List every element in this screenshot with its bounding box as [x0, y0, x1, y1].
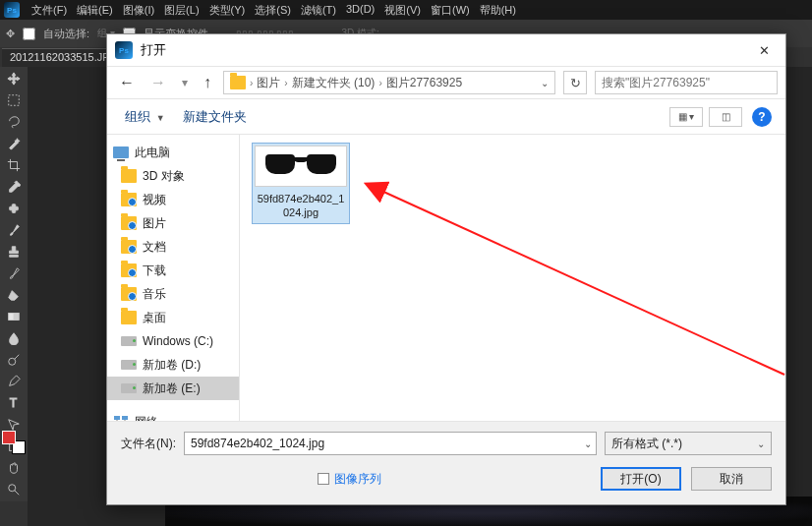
menu-window[interactable]: 窗口(W): [431, 3, 470, 18]
help-icon[interactable]: ?: [752, 107, 772, 127]
forward-button[interactable]: →: [146, 74, 170, 91]
autoselect-label: 自动选择:: [43, 27, 89, 41]
filename-input[interactable]: 59fd874e2b402_1024.jpg⌄: [184, 432, 597, 455]
svg-point-5: [9, 358, 16, 365]
drive-icon: [121, 383, 137, 393]
menu-select[interactable]: 选择(S): [255, 3, 291, 18]
up-button[interactable]: ↑: [200, 74, 215, 91]
folder-icon: [121, 169, 137, 183]
dialog-nav: ← → ▾ ↑ › 图片 › 新建文件夹 (10) › 图片27763925 ⌄…: [107, 66, 785, 99]
dialog-titlebar: Ps 打开 ✕: [107, 34, 785, 66]
thumbnail-image: [255, 146, 347, 187]
svg-rect-2: [12, 205, 16, 213]
open-dialog: Ps 打开 ✕ ← → ▾ ↑ › 图片 › 新建文件夹 (10) › 图片27…: [106, 33, 786, 505]
history-brush-tool[interactable]: [2, 263, 26, 283]
organize-button[interactable]: 组织 ▼: [125, 108, 165, 126]
tree-network[interactable]: 网络: [107, 410, 239, 421]
tree-music[interactable]: 音乐: [107, 282, 239, 306]
eraser-tool[interactable]: [2, 285, 26, 305]
tree-drive-c[interactable]: Windows (C:): [107, 329, 239, 353]
view-mode-button[interactable]: ▦ ▾: [669, 107, 703, 127]
recent-dropdown[interactable]: ▾: [178, 76, 192, 89]
tree-3d-objects[interactable]: 3D 对象: [107, 164, 239, 188]
dialog-toolbar: 组织 ▼ 新建文件夹 ▦ ▾ ◫ ?: [107, 99, 785, 135]
svg-rect-0: [9, 95, 20, 106]
color-swatch[interactable]: [2, 431, 26, 454]
svg-text:T: T: [10, 396, 18, 410]
menu-image[interactable]: 图像(I): [123, 3, 154, 18]
tree-this-pc[interactable]: 此电脑: [107, 141, 239, 164]
move-tool-icon: ✥: [6, 28, 15, 40]
svg-point-8: [9, 485, 16, 492]
drive-icon: [121, 336, 137, 346]
menu-filter[interactable]: 滤镜(T): [301, 3, 336, 18]
hand-tool[interactable]: [2, 458, 26, 478]
menu-help[interactable]: 帮助(H): [480, 3, 516, 18]
crumb-2[interactable]: 图片27763925: [386, 75, 462, 91]
crumb-dropdown-icon[interactable]: ⌄: [541, 78, 549, 88]
menu-file[interactable]: 文件(F): [31, 3, 67, 18]
breadcrumb[interactable]: › 图片 › 新建文件夹 (10) › 图片27763925 ⌄: [223, 71, 555, 94]
move-tool[interactable]: [2, 69, 26, 88]
gradient-tool[interactable]: [2, 307, 26, 326]
svg-rect-10: [122, 416, 128, 420]
zoom-tool[interactable]: [2, 480, 26, 499]
crumb-0[interactable]: 图片: [257, 75, 280, 91]
folder-icon: [121, 193, 137, 206]
folder-icon: [121, 216, 137, 230]
files-pane[interactable]: 59fd874e2b402_1024.jpg: [240, 135, 785, 421]
refresh-button[interactable]: ↻: [563, 71, 587, 94]
stamp-tool[interactable]: [2, 242, 26, 262]
preview-pane-button[interactable]: ◫: [709, 107, 742, 127]
image-sequence-checkbox[interactable]: 图像序列: [318, 471, 381, 488]
file-thumbnail[interactable]: 59fd874e2b402_1024.jpg: [252, 143, 350, 224]
crumb-1[interactable]: 新建文件夹 (10): [292, 75, 376, 91]
heal-tool[interactable]: [2, 199, 26, 218]
pen-tool[interactable]: [2, 372, 26, 391]
dialog-footer: 文件名(N): 59fd874e2b402_1024.jpg⌄ 所有格式 (*.…: [107, 421, 785, 504]
cancel-button[interactable]: 取消: [691, 467, 772, 491]
checkbox-icon: [318, 473, 329, 485]
ps-menu: 文件(F) 编辑(E) 图像(I) 图层(L) 类型(Y) 选择(S) 滤镜(T…: [31, 3, 516, 18]
menu-edit[interactable]: 编辑(E): [77, 3, 113, 18]
folder-icon: [121, 240, 137, 254]
dodge-tool[interactable]: [2, 350, 26, 370]
pc-icon: [113, 146, 129, 158]
type-tool[interactable]: T: [2, 393, 26, 413]
drive-icon: [121, 360, 137, 370]
search-input[interactable]: [595, 71, 778, 94]
tree-drive-d[interactable]: 新加卷 (D:): [107, 353, 239, 377]
menu-layer[interactable]: 图层(L): [164, 3, 199, 18]
ps-logo: Ps: [4, 2, 20, 18]
tree-desktop[interactable]: 桌面: [107, 306, 239, 329]
tree-documents[interactable]: 文档: [107, 235, 239, 259]
folder-icon: [121, 263, 137, 277]
crop-tool[interactable]: [2, 155, 26, 175]
ps-titlebar: Ps 文件(F) 编辑(E) 图像(I) 图层(L) 类型(Y) 选择(S) 滤…: [0, 0, 812, 20]
menu-view[interactable]: 视图(V): [384, 3, 421, 18]
close-icon[interactable]: ✕: [750, 36, 778, 64]
file-filter-dropdown[interactable]: 所有格式 (*.*)⌄: [605, 432, 772, 455]
eyedropper-tool[interactable]: [2, 177, 26, 197]
chevron-down-icon[interactable]: ⌄: [584, 438, 592, 449]
autoselect-checkbox[interactable]: [23, 28, 35, 40]
tree-videos[interactable]: 视频: [107, 188, 239, 211]
marquee-tool[interactable]: [2, 90, 26, 110]
blur-tool[interactable]: [2, 328, 26, 348]
dialog-title: 打开: [141, 41, 166, 59]
tree-pictures[interactable]: 图片: [107, 211, 239, 235]
svg-rect-4: [9, 314, 14, 321]
ps-icon: Ps: [115, 41, 133, 59]
open-button[interactable]: 打开(O): [601, 467, 681, 491]
menu-3d[interactable]: 3D(D): [346, 3, 375, 18]
filename-label: 文件名(N):: [121, 436, 176, 452]
tree-drive-e[interactable]: 新加卷 (E:): [107, 377, 239, 400]
tree-downloads[interactable]: 下载: [107, 259, 239, 282]
folder-icon: [230, 76, 246, 89]
brush-tool[interactable]: [2, 220, 26, 240]
menu-type[interactable]: 类型(Y): [209, 3, 246, 18]
wand-tool[interactable]: [2, 134, 26, 153]
lasso-tool[interactable]: [2, 112, 26, 132]
back-button[interactable]: ←: [115, 74, 139, 91]
new-folder-button[interactable]: 新建文件夹: [183, 108, 247, 126]
